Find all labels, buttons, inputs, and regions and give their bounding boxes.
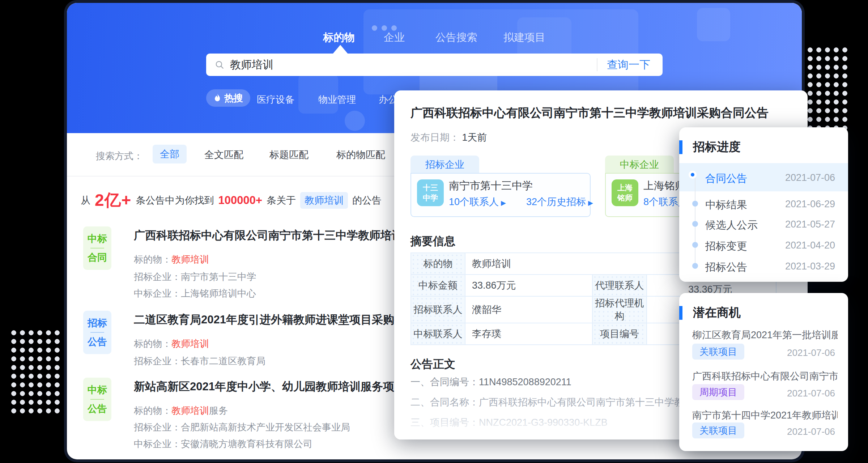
- filter-all[interactable]: 全部: [153, 145, 187, 163]
- step-label[interactable]: 招标变更: [705, 239, 747, 254]
- company-avatar: 十三 中学: [417, 179, 444, 206]
- company-avatar: 上海 铭师: [612, 179, 638, 206]
- field-value: 安徽清晓方塘教育科技有限公司: [181, 438, 312, 449]
- avatar-line: 中学: [423, 193, 438, 203]
- search-input[interactable]: 教师培训: [230, 58, 597, 72]
- tab-proposed-projects[interactable]: 拟建项目: [503, 30, 545, 45]
- active-tab-pointer: [332, 45, 348, 54]
- status-tag-win-contract: 中标 合同: [83, 226, 111, 270]
- subject-field: 标的物：教师培训: [134, 337, 209, 350]
- result-title[interactable]: 二道区教育局2021年度引进外籍教师进课堂项目采购公告: [134, 312, 417, 327]
- contacts-link-label: 10个联系人: [449, 196, 499, 207]
- tab-subject[interactable]: 标的物: [323, 30, 355, 45]
- subject-value: 教师培训: [171, 254, 209, 265]
- line-label: 三、项目编号：: [410, 417, 479, 428]
- dot-pattern-top-right: [806, 46, 850, 132]
- history-link-label: 32个历史招标: [526, 196, 586, 207]
- related-project-tag[interactable]: 关联项目: [692, 422, 744, 438]
- step-label[interactable]: 合同公告: [705, 171, 747, 186]
- subject-label: 标的物：: [134, 405, 171, 416]
- publish-label: 发布日期：: [410, 132, 459, 143]
- tag-line1: 招标: [83, 317, 111, 330]
- avatar-line: 上海: [617, 183, 633, 193]
- search-icon: [215, 60, 224, 69]
- hot-keyword-1[interactable]: 医疗设备: [257, 93, 294, 106]
- timeline-step[interactable]: 合同公告 2021-07-06: [679, 177, 848, 199]
- step-label[interactable]: 中标结果: [705, 198, 747, 212]
- hot-search-label: 热搜: [224, 92, 243, 105]
- tender-company-field: 招标企业：长春市二道区教育局: [134, 355, 265, 368]
- subject-value: 教师培训: [171, 405, 209, 416]
- step-label[interactable]: 招标公告: [705, 260, 747, 275]
- table-value-cell: 33.86万元: [465, 275, 592, 296]
- filter-title-match[interactable]: 标题匹配: [269, 148, 309, 161]
- contacts-link[interactable]: 10个联系人▶: [449, 195, 506, 208]
- table-header-cell: 中标金额: [411, 275, 465, 296]
- timeline-dot-active-icon: [689, 171, 697, 179]
- timeline-dot-icon: [692, 221, 698, 227]
- field-value: 上海铭师培训中心: [181, 288, 256, 299]
- tender-progress-panel: 招标进度 合同公告 2021-07-06 中标结果 2021-06-29 候选人…: [679, 127, 848, 282]
- hot-keyword-2[interactable]: 物业管理: [318, 93, 356, 106]
- field-label: 招标企业：: [134, 422, 181, 433]
- search-button[interactable]: 查询一下: [607, 58, 650, 72]
- tab-announcement-search[interactable]: 公告搜索: [435, 30, 477, 45]
- line-label: 四、项目名称：: [410, 436, 479, 439]
- company-name: 南宁市第十三中学: [449, 179, 533, 193]
- tag-line2: 公告: [83, 402, 111, 415]
- winner-company-tab: 中标企业: [605, 156, 674, 174]
- browser-dot-icon: [382, 25, 387, 31]
- table-value-cell: 李存璞: [465, 323, 592, 345]
- opportunity-date: 2021-07-06: [787, 388, 835, 399]
- keyword-chip[interactable]: 教师培训: [300, 192, 348, 209]
- filter-fulltext[interactable]: 全文匹配: [204, 148, 243, 161]
- count-suffix: 的公告: [352, 194, 382, 207]
- tag-line2: 合同: [83, 251, 111, 264]
- tender-company-card[interactable]: 招标企业 十三 中学 南宁市第十三中学 10个联系人▶ 32个历史招标▶: [410, 156, 591, 217]
- decor-circle: [345, 111, 365, 131]
- line-label: 二、合同名称：: [410, 397, 479, 408]
- subject-suffix: 服务: [209, 405, 228, 416]
- result-title[interactable]: 新站高新区2021年度中小学、幼儿园教师培训服务项目: [134, 379, 405, 394]
- step-date: 2021-04-20: [785, 240, 835, 251]
- search-bar[interactable]: 教师培训 查询一下: [206, 54, 663, 76]
- field-label: 中标企业：: [134, 438, 181, 449]
- tag-divider: [90, 399, 104, 400]
- count-prefix: 从: [81, 194, 90, 207]
- match-count: 100000+: [218, 194, 262, 207]
- related-project-tag[interactable]: 关联项目: [692, 344, 744, 360]
- opportunity-title[interactable]: 柳江区教育局2021年第一批培训服务项…: [692, 328, 838, 341]
- timeline-dot-icon: [692, 201, 698, 207]
- field-value: 合肥新站高新技术产业开发区社会事业局: [181, 422, 350, 433]
- body-heading: 公告正文: [410, 357, 455, 372]
- history-tenders-link[interactable]: 32个历史招标▶: [526, 195, 593, 208]
- line-label: 一、合同编号：: [410, 377, 479, 387]
- count-mid2: 条关于: [267, 194, 296, 207]
- decor-cube-right: [697, 8, 730, 41]
- opportunity-title[interactable]: 广西科联招标中心有限公司南宁市第四…: [692, 370, 838, 383]
- step-label[interactable]: 候选人公示: [705, 218, 758, 233]
- tag-line1: 中标: [83, 383, 111, 396]
- subject-field: 标的物：教师培训服务: [134, 404, 228, 417]
- timeline-step[interactable]: 招标公告 2021-03-29: [679, 266, 848, 282]
- decor-browser-window: [363, 9, 638, 94]
- tab-company[interactable]: 企业: [384, 30, 405, 45]
- tag-divider: [90, 332, 104, 333]
- avatar-line: 十三: [423, 183, 438, 193]
- table-header-cell: 中标联系人: [411, 323, 465, 345]
- subject-label: 标的物：: [134, 338, 171, 349]
- table-header-cell: 项目编号: [592, 323, 647, 345]
- status-tag-tender-announcement: 招标 公告: [83, 311, 111, 354]
- subject-label: 标的物：: [134, 254, 171, 265]
- cycle-project-tag[interactable]: 周期项目: [692, 384, 744, 400]
- search-divider: [597, 58, 597, 71]
- tender-company-field: 招标企业：合肥新站高新技术产业开发区社会事业局: [134, 421, 350, 434]
- filter-subject-match[interactable]: 标的物匹配: [336, 148, 385, 161]
- publish-value: 1天前: [462, 132, 487, 143]
- step-date: 2021-03-29: [785, 261, 835, 272]
- heading-accent-bar: [679, 306, 682, 320]
- opportunity-date: 2021-07-06: [787, 426, 835, 437]
- line-value: 南宁市第十三中学教师培训采购: [479, 436, 616, 439]
- opportunity-title[interactable]: 南宁市第十四中学2021年教师培训B分…: [692, 409, 838, 422]
- opportunities-panel: 潜在商机 柳江区教育局2021年第一批培训服务项… 关联项目 2021-07-0…: [679, 293, 848, 451]
